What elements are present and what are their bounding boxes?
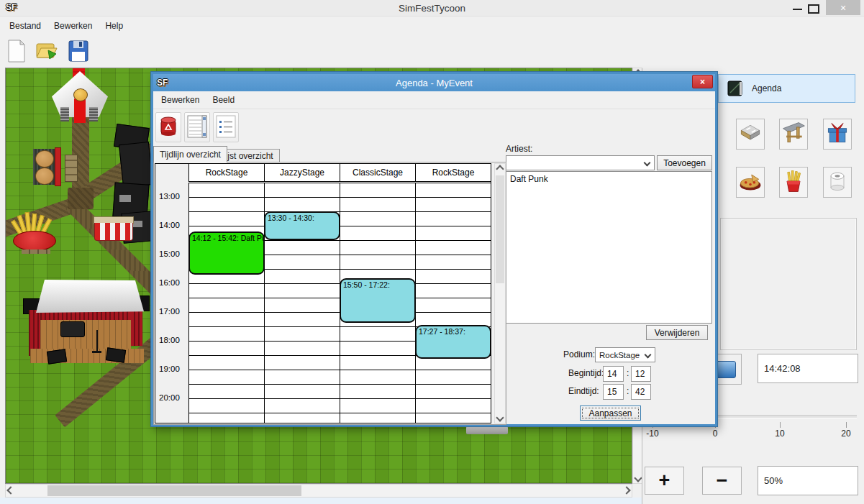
slider-tick-label: 10 xyxy=(775,429,784,439)
trash-icon xyxy=(158,115,178,140)
schedule-event[interactable]: 15:50 - 17:22: xyxy=(340,278,416,322)
schedule-column-header: RockStage xyxy=(188,164,264,181)
scrollbar-thumb[interactable] xyxy=(496,175,504,283)
item-button-fries[interactable] xyxy=(779,167,808,198)
main-menubar: Bestand Bewerken Help xyxy=(0,17,864,35)
timeline-view-icon xyxy=(186,114,208,141)
chevron-up-icon xyxy=(496,165,504,173)
gift-box-icon xyxy=(824,120,850,148)
end-minute-input[interactable] xyxy=(631,384,651,400)
item-button-toilet-paper[interactable] xyxy=(823,167,852,198)
wood-planks xyxy=(65,155,78,182)
main-stage[interactable] xyxy=(23,280,150,366)
end-hour-input[interactable] xyxy=(603,384,624,400)
podium-dropdown-value: RockStage xyxy=(599,351,640,359)
main-window: SF SimFestTycoon × Bestand Bewerken Help xyxy=(0,0,864,504)
scroll-up-button[interactable] xyxy=(495,164,505,174)
begin-minute-input[interactable] xyxy=(631,366,651,382)
agenda-dialog: SF Agenda - MyEvent × Bewerken Beeld xyxy=(151,72,717,426)
stage-roof xyxy=(36,280,144,313)
schedule-event[interactable]: 14:12 - 15:42: Daft Punk xyxy=(188,232,265,275)
add-artist-button[interactable]: Toevoegen xyxy=(657,155,712,170)
menu-bestand[interactable]: Bestand xyxy=(3,18,47,34)
schedule-time-label: 19:00 xyxy=(159,365,188,373)
dialog-titlebar[interactable]: SF Agenda - MyEvent × xyxy=(153,74,715,91)
main-titlebar[interactable]: SF SimFestTycoon × xyxy=(0,0,864,17)
fries-icon xyxy=(781,168,806,196)
dialog-title: Agenda - MyEvent xyxy=(153,78,715,88)
tab-tijdlijn-overzicht[interactable]: Tijdlijn overzicht xyxy=(153,146,227,162)
dialog-menubar: Bewerken Beeld xyxy=(153,91,715,109)
new-document-icon xyxy=(6,39,27,65)
schedule-event[interactable]: 17:27 - 18:37: xyxy=(415,325,491,359)
speaker-panel xyxy=(119,195,131,202)
scrollbar-thumb[interactable] xyxy=(47,485,301,496)
schedule-column-divider xyxy=(188,183,189,423)
open-file-button[interactable] xyxy=(33,37,60,66)
scroll-down-button[interactable] xyxy=(495,413,505,423)
dialog-menu-bewerken[interactable]: Bewerken xyxy=(155,92,206,108)
ticket-stand[interactable] xyxy=(94,216,134,242)
close-button[interactable]: × xyxy=(826,0,860,15)
begin-time-label: Begintijd: xyxy=(568,368,604,378)
timeline-tab-page: RockStageJazzyStageClassicStageRockStage… xyxy=(153,162,506,425)
dialog-close-button[interactable]: × xyxy=(692,75,713,88)
party-tent[interactable] xyxy=(52,71,108,124)
delete-event-button[interactable] xyxy=(155,112,181,142)
wood-planks xyxy=(22,249,50,254)
tab-label: Lijst overzicht xyxy=(221,151,273,161)
agenda-button[interactable]: Agenda xyxy=(718,74,855,103)
map-object-partial[interactable] xyxy=(466,426,508,434)
schedule-column-header: RockStage xyxy=(415,164,491,181)
artist-dropdown[interactable] xyxy=(506,155,655,170)
stage-curtain xyxy=(129,307,142,346)
map-horizontal-scrollbar[interactable] xyxy=(5,484,632,498)
schedule-scrollbar[interactable] xyxy=(494,163,506,423)
begin-hour-input[interactable] xyxy=(603,366,624,382)
schedule-header: RockStageJazzyStageClassicStageRockStage xyxy=(188,164,491,182)
artist-listbox[interactable]: Daft Punk xyxy=(506,171,712,324)
timeline-view-button[interactable] xyxy=(184,112,210,142)
new-file-button[interactable] xyxy=(3,37,30,66)
scroll-left-button[interactable] xyxy=(6,485,16,495)
item-button-stage-structure[interactable] xyxy=(779,119,808,150)
tent-grill xyxy=(60,107,69,122)
schedule-time-label: 13:00 xyxy=(159,192,188,201)
slider-tick-label: -10 xyxy=(646,429,658,439)
menu-bewerken[interactable]: Bewerken xyxy=(47,18,99,34)
dialog-menu-beeld[interactable]: Beeld xyxy=(206,92,241,108)
item-button-pizza[interactable] xyxy=(736,167,765,198)
schedule-grid-body[interactable]: 14:12 - 15:42: Daft Punk13:30 - 14:30:15… xyxy=(188,183,491,423)
stage-monitor xyxy=(47,349,67,364)
save-file-button[interactable] xyxy=(65,37,92,66)
menu-help[interactable]: Help xyxy=(99,18,129,34)
blue-tool-icon xyxy=(716,361,736,378)
minimize-button[interactable] xyxy=(793,9,802,10)
remove-artist-button[interactable]: Verwijderen xyxy=(646,325,708,340)
item-button-gift[interactable] xyxy=(823,119,852,150)
zoom-out-button[interactable]: − xyxy=(702,467,742,495)
item-button-road[interactable] xyxy=(736,119,765,150)
chevron-down-icon xyxy=(645,352,652,359)
list-view-button[interactable] xyxy=(213,112,239,142)
time-separator: : xyxy=(627,386,629,396)
burger xyxy=(35,150,54,168)
zoom-in-button[interactable]: + xyxy=(645,467,684,495)
chevron-down-icon xyxy=(496,413,504,421)
scroll-right-button[interactable] xyxy=(622,485,632,495)
schedule-time-label: 14:00 xyxy=(159,221,188,229)
schedule-column-header: ClassicStage xyxy=(340,164,415,181)
speaker-box xyxy=(119,142,153,188)
tent-red-carpet xyxy=(74,98,86,123)
schedule-event[interactable]: 13:30 - 14:30: xyxy=(264,211,340,240)
fries-stand[interactable] xyxy=(13,212,59,255)
apply-button[interactable]: Aanpassen xyxy=(580,406,641,421)
burger-stand[interactable] xyxy=(33,146,78,188)
slider-tick xyxy=(780,422,781,428)
burger xyxy=(35,168,54,185)
artist-list-item[interactable]: Daft Punk xyxy=(506,173,711,185)
agenda-book-icon xyxy=(726,79,745,98)
schedule-time-label: 20:00 xyxy=(159,393,188,402)
maximize-button[interactable] xyxy=(808,4,819,14)
podium-dropdown[interactable]: RockStage xyxy=(595,347,655,362)
